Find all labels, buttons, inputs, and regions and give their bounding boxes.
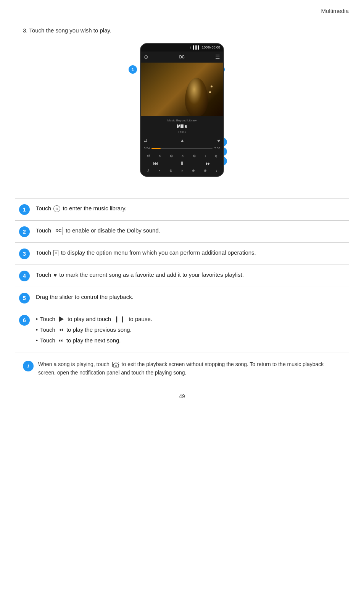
- touch-play-label: Touch: [40, 315, 55, 324]
- heart-icon: ♥: [53, 271, 57, 280]
- playback-controls-row1: ↺ × ⊗ × ⊗ ↓ q: [142, 153, 222, 159]
- favorite-button[interactable]: ♥: [217, 137, 220, 145]
- next-button[interactable]: ⏭: [206, 160, 211, 168]
- more-icon[interactable]: ⊗: [193, 153, 196, 159]
- extra-ctrl-5[interactable]: ⊗: [192, 168, 195, 174]
- repeat-icon[interactable]: ↺: [147, 153, 150, 159]
- song-title: Mills: [142, 123, 222, 130]
- text-after-3: to display the option menu from which yo…: [61, 249, 256, 256]
- progress-track[interactable]: [151, 148, 213, 149]
- phone-top-controls: ⊙ DC ☰: [141, 52, 223, 63]
- sub-bullet-play: • Touch to play and touch ❙❙ to pause.: [36, 315, 345, 324]
- q-icon[interactable]: q: [215, 153, 217, 159]
- battery-status: 100% 08:08: [202, 45, 220, 50]
- to-play-prev-text: to play the previous song.: [66, 325, 132, 334]
- extra-ctrl-7[interactable]: ↓: [216, 168, 217, 174]
- extra-ctrl-1[interactable]: ↺: [147, 168, 150, 174]
- text-after-1: to enter the music library.: [63, 205, 126, 211]
- dolby-button[interactable]: DC: [179, 54, 184, 60]
- touch-label-4: Touch: [36, 271, 51, 278]
- instruction-text-2: Touch DC to enable or disable the Dolby …: [36, 226, 345, 235]
- bullet-dot-2: •: [36, 326, 38, 334]
- svg-marker-0: [113, 363, 119, 367]
- instruction-text-6: • Touch to play and touch ❙❙ to pause. •…: [36, 315, 345, 347]
- prev-button[interactable]: ⏮: [153, 160, 158, 168]
- text-after-4: to mark the current song as a favorite a…: [59, 271, 244, 278]
- shuffle-icon[interactable]: ⇄: [144, 137, 147, 144]
- instruction-text-1: Touch ⊙ to enter the music library.: [36, 204, 345, 213]
- phone-bottom-controls: ↺ × ⊗ × ⊗ ↓ q ⏮ ⏸ ⏭ ↺ × ⊗ ×: [141, 152, 223, 176]
- instruction-text-4: Touch ♥ to mark the current song as a fa…: [36, 270, 345, 280]
- dot-1: [211, 86, 213, 87]
- instruction-row-6: 6 • Touch to play and touch ❙❙ to pause.…: [15, 309, 349, 352]
- step-label: 3. Touch the song you wish to play.: [23, 27, 111, 34]
- progress-bar-row: 0:54 7:00: [141, 145, 223, 152]
- instruction-row-5: 5 Drag the slider to control the playbac…: [15, 287, 349, 309]
- badge-6: 6: [19, 315, 30, 326]
- phone-diagram: 1 2 3 4 5 6 ♪ ▌▌▌ 100% 08:08 ⊙ DC ☰: [87, 39, 277, 192]
- instruction-text-3: Touch ≡ to display the option menu from …: [36, 248, 345, 257]
- badge-1: 1: [19, 204, 30, 215]
- home-icon-inline: [112, 362, 119, 367]
- song-info: Music Beyond Library Mills Folk 2: [141, 116, 223, 136]
- page-header: Multimedia: [0, 0, 364, 16]
- callout-badge-1: 1: [129, 65, 137, 74]
- song-genre: Folk 2: [142, 130, 222, 134]
- to-pause-text: to pause.: [129, 315, 152, 324]
- album-figure: [185, 78, 208, 116]
- eq-icon[interactable]: ⊗: [170, 153, 173, 159]
- badge-3: 3: [19, 249, 30, 259]
- progress-fill: [151, 148, 161, 149]
- bullet-dot-3: •: [36, 336, 38, 345]
- playback-controls-row2: ⏮ ⏸ ⏭: [142, 160, 222, 168]
- prev-icon: ⏮: [58, 326, 63, 334]
- extra-ctrl-6[interactable]: ⊗: [204, 168, 207, 174]
- note-text: When a song is playing, touch to exit th…: [38, 360, 341, 377]
- to-play-next-text: to play the next song.: [66, 336, 121, 345]
- drag-slider-text: Drag the slider to control the playback.: [36, 294, 134, 300]
- extra-icon[interactable]: ×: [182, 153, 184, 159]
- to-play-and-touch: to play and touch: [68, 315, 111, 324]
- page-number: 49: [0, 385, 364, 408]
- album-art: [141, 63, 223, 116]
- up-arrow-icon[interactable]: ▲: [180, 137, 185, 144]
- song-library: Music Beyond Library: [142, 118, 222, 123]
- next-icon: ⏭: [58, 337, 63, 345]
- play-pause-button[interactable]: ⏸: [179, 160, 185, 168]
- phone-middle-controls: ⇄ ▲ ♥: [141, 136, 223, 146]
- touch-prev-label: Touch: [40, 325, 55, 334]
- menu-button[interactable]: ☰: [215, 53, 220, 61]
- library-icon: ⊙: [53, 205, 60, 212]
- extra-controls-row: ↺ × ⊗ × ⊗ ⊗ ↓: [142, 168, 222, 174]
- extra-ctrl-3[interactable]: ⊗: [169, 168, 172, 174]
- badge-2: 2: [19, 226, 30, 237]
- note-box: i When a song is playing, touch to exit …: [23, 360, 341, 377]
- badge-4: 4: [19, 271, 30, 281]
- extra-ctrl-4[interactable]: ×: [181, 168, 183, 174]
- instruction-text-5: Drag the slider to control the playback.: [36, 292, 345, 302]
- instruction-row-3: 3 Touch ≡ to display the option menu fro…: [15, 243, 349, 265]
- signal-icon: ▌▌▌: [193, 45, 200, 50]
- phone-status-bar: ♪ ▌▌▌ 100% 08:08: [141, 44, 223, 52]
- extra-ctrl-2[interactable]: ×: [158, 168, 160, 174]
- dolby-inline-icon: DC: [54, 227, 63, 235]
- down-icon[interactable]: ↓: [205, 153, 206, 159]
- shuffle-btn[interactable]: ×: [159, 153, 161, 159]
- time-start: 0:54: [144, 146, 150, 151]
- info-icon: i: [23, 361, 34, 371]
- intro-text: 3. Touch the song you wish to play.: [0, 16, 364, 40]
- instructions-table: 1 Touch ⊙ to enter the music library. 2 …: [15, 198, 349, 352]
- touch-next-label: Touch: [40, 336, 55, 345]
- phone-mockup: ♪ ▌▌▌ 100% 08:08 ⊙ DC ☰ Music Beyond Lib…: [140, 43, 224, 177]
- sub-bullet-prev: • Touch ⏮ to play the previous song.: [36, 325, 345, 334]
- time-end: 7:00: [214, 146, 220, 151]
- dot-2: [209, 91, 211, 93]
- instruction-row-1: 1 Touch ⊙ to enter the music library.: [15, 199, 349, 221]
- badge-5: 5: [19, 293, 30, 303]
- phone-body: ♪ ▌▌▌ 100% 08:08 ⊙ DC ☰ Music Beyond Lib…: [140, 43, 224, 177]
- library-button[interactable]: ⊙: [144, 53, 148, 61]
- instruction-row-2: 2 Touch DC to enable or disable the Dolb…: [15, 221, 349, 243]
- instruction-row-4: 4 Touch ♥ to mark the current song as a …: [15, 265, 349, 287]
- list-menu-icon: ≡: [53, 250, 58, 256]
- play-icon: [59, 316, 64, 322]
